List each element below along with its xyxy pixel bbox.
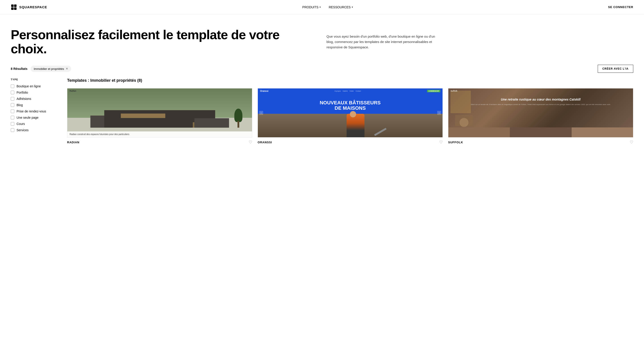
connect-button[interactable]: SE CONNECTER bbox=[608, 5, 633, 9]
oranssi-arrow-right-icon[interactable]: › bbox=[437, 111, 441, 115]
template-name-radian: RADIAN bbox=[67, 141, 80, 144]
sidebar-label-cours: Cours bbox=[16, 122, 25, 126]
checkbox-services[interactable] bbox=[11, 128, 14, 132]
sidebar-label-boutique: Boutique en ligne bbox=[16, 84, 41, 88]
sidebar-item-blog[interactable]: Blog bbox=[11, 103, 60, 107]
sidebar-item-cours[interactable]: Cours bbox=[11, 122, 60, 126]
template-footer-radian: RADIAN ♡ bbox=[67, 137, 252, 145]
filter-tag-close-icon[interactable]: × bbox=[66, 67, 68, 71]
tree-trunk bbox=[238, 121, 239, 128]
sidebar-label-portfolio: Portfolio bbox=[16, 91, 28, 94]
sidebar-type-label: TYPE bbox=[11, 78, 60, 81]
checkbox-blog[interactable] bbox=[11, 103, 14, 107]
templates-heading: Templates : Immobilier et propriétés (8) bbox=[67, 78, 633, 83]
sidebar-item-une-page[interactable]: Une seule page bbox=[11, 116, 60, 119]
radian-brand-label: Radian bbox=[70, 90, 76, 92]
nav-ressources[interactable]: RESSOURCES ▾ bbox=[329, 5, 353, 9]
template-card-radian: Radian Radian construit des espaces futu… bbox=[67, 88, 252, 145]
template-thumb-oranssi: Oranssi À propos Galerie Visiter Contact… bbox=[258, 88, 443, 137]
logo-text: SQUARESPACE bbox=[19, 5, 47, 9]
checkbox-adhesions[interactable] bbox=[11, 97, 14, 101]
sidebar-item-rdv[interactable]: Prise de rendez-vous bbox=[11, 109, 60, 113]
oranssi-top-bar: Oranssi À propos Galerie Visiter Contact… bbox=[258, 88, 442, 94]
filter-left: 8 Résultats Immobilier et propriétés × bbox=[11, 66, 71, 72]
hero-description: Que vous ayez besoin d'un portfolio web,… bbox=[326, 34, 443, 50]
house-window-main bbox=[121, 113, 165, 118]
navbar: SQUARESPACE PRODUITS ▾ RESSOURCES ▾ SE C… bbox=[0, 0, 644, 14]
oranssi-cta-button: COMMENCER bbox=[427, 90, 440, 92]
tree bbox=[234, 110, 243, 128]
checkbox-boutique[interactable] bbox=[11, 84, 14, 88]
template-thumb-suffolk: Une retraite rustique au cœur des montag… bbox=[448, 88, 633, 137]
svg-rect-2 bbox=[11, 8, 14, 10]
filter-tag-label: Immobilier et propriétés bbox=[34, 67, 64, 71]
suffolk-lamp bbox=[460, 118, 468, 127]
oranssi-worker-area bbox=[258, 114, 442, 137]
suffolk-room: Une retraite rustique au cœur des montag… bbox=[448, 88, 633, 137]
oranssi-headline: NOUVEAUX BÂTISSEURS DE MAISONS bbox=[320, 100, 381, 111]
main-content: TYPE Boutique en ligne Portfolio Adhésio… bbox=[0, 78, 644, 145]
oranssi-nav-links: À propos Galerie Visiter Contact bbox=[334, 90, 361, 92]
svg-rect-3 bbox=[14, 8, 16, 10]
suffolk-subtitle: Une retraite rustique au cœur des montag… bbox=[455, 97, 626, 101]
sidebar-item-portfolio[interactable]: Portfolio bbox=[11, 91, 60, 94]
create-ai-button[interactable]: CRÉER AVEC L'IA bbox=[598, 65, 633, 73]
sidebar-label-rdv: Prise de rendez-vous bbox=[16, 109, 46, 113]
sidebar-item-boutique[interactable]: Boutique en ligne bbox=[11, 84, 60, 88]
house-wing-right bbox=[194, 118, 229, 128]
filter-bar: 8 Résultats Immobilier et propriétés × C… bbox=[0, 65, 644, 78]
nav-center: PRODUITS ▾ RESSOURCES ▾ bbox=[302, 5, 353, 9]
squarespace-logo-icon bbox=[11, 4, 17, 10]
worker-tool bbox=[374, 128, 386, 136]
favorite-button-suffolk[interactable]: ♡ bbox=[630, 140, 633, 145]
radian-house bbox=[90, 101, 229, 128]
nav-produits[interactable]: PRODUITS ▾ bbox=[302, 5, 321, 9]
worker-head bbox=[350, 111, 356, 117]
favorite-button-oranssi[interactable]: ♡ bbox=[439, 140, 443, 145]
logo[interactable]: SQUARESPACE bbox=[11, 4, 47, 10]
suffolk-body-text: Situé sur un terrain de 3 hectares dans … bbox=[455, 103, 626, 106]
ressources-chevron-icon: ▾ bbox=[352, 6, 353, 8]
oranssi-arrow-left-icon[interactable]: ‹ bbox=[259, 111, 263, 115]
active-filter-tag[interactable]: Immobilier et propriétés × bbox=[31, 66, 71, 72]
favorite-button-radian[interactable]: ♡ bbox=[249, 140, 252, 145]
checkbox-une-page[interactable] bbox=[11, 116, 14, 119]
suffolk-footer-img-1 bbox=[448, 127, 510, 137]
sidebar-item-adhesions[interactable]: Adhésions bbox=[11, 97, 60, 101]
svg-rect-0 bbox=[11, 5, 14, 7]
suffolk-footer-images bbox=[448, 127, 633, 137]
radian-scene: Radian Radian construit des espaces futu… bbox=[67, 88, 252, 137]
templates-area: Templates : Immobilier et propriétés (8) bbox=[67, 78, 633, 145]
template-footer-oranssi: ORANSSI ♡ bbox=[258, 137, 443, 145]
template-thumb-radian: Radian Radian construit des espaces futu… bbox=[67, 88, 252, 137]
checkbox-portfolio[interactable] bbox=[11, 91, 14, 94]
sidebar: TYPE Boutique en ligne Portfolio Adhésio… bbox=[11, 78, 60, 145]
oranssi-brand-label: Oranssi bbox=[260, 90, 268, 92]
template-name-suffolk: SUFFOLK bbox=[448, 141, 463, 144]
hero-title: Personnalisez facilement le template de … bbox=[11, 28, 318, 56]
svg-rect-1 bbox=[14, 5, 16, 7]
sidebar-label-une-page: Une seule page bbox=[16, 116, 38, 119]
template-footer-suffolk: SUFFOLK ♡ bbox=[448, 137, 633, 145]
worker-body bbox=[346, 114, 364, 137]
template-card-suffolk: Une retraite rustique au cœur des montag… bbox=[448, 88, 633, 145]
sidebar-label-services: Services bbox=[16, 128, 28, 132]
checkbox-cours[interactable] bbox=[11, 122, 14, 126]
sidebar-label-adhesions: Adhésions bbox=[16, 97, 31, 101]
suffolk-scene: Une retraite rustique au cœur des montag… bbox=[448, 88, 633, 137]
suffolk-footer-img-2 bbox=[510, 127, 572, 137]
templates-grid: Radian Radian construit des espaces futu… bbox=[67, 88, 633, 145]
radian-caption: Radian construit des espaces futuristes … bbox=[67, 131, 252, 137]
checkbox-rdv[interactable] bbox=[11, 109, 14, 113]
template-name-oranssi: ORANSSI bbox=[258, 141, 272, 144]
oranssi-scene: Oranssi À propos Galerie Visiter Contact… bbox=[258, 88, 442, 137]
sidebar-items: Boutique en ligne Portfolio Adhésions Bl… bbox=[11, 84, 60, 132]
results-count: 8 Résultats bbox=[11, 67, 28, 71]
tree-canopy bbox=[234, 109, 242, 122]
template-card-oranssi: Oranssi À propos Galerie Visiter Contact… bbox=[258, 88, 443, 145]
suffolk-brand-label: Suffolk bbox=[450, 90, 458, 92]
sidebar-label-blog: Blog bbox=[16, 103, 23, 107]
hero-section: Personnalisez facilement le template de … bbox=[0, 14, 644, 65]
sidebar-item-services[interactable]: Services bbox=[11, 128, 60, 132]
suffolk-footer-img-3 bbox=[572, 127, 633, 137]
